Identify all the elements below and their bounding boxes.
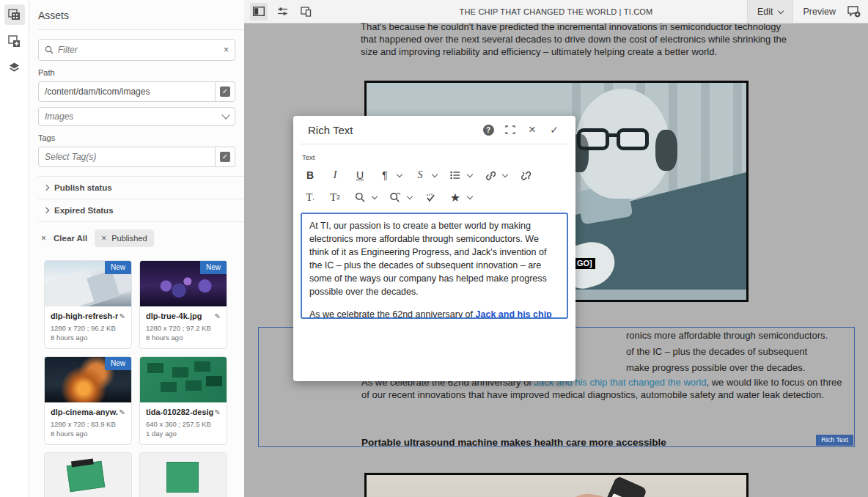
link-button[interactable] bbox=[482, 166, 499, 184]
chevron-down-icon[interactable] bbox=[467, 194, 473, 199]
unlink-icon bbox=[521, 171, 532, 180]
edit-pencil-icon[interactable]: ✎ bbox=[119, 408, 125, 416]
special-characters-button[interactable]: ★ bbox=[447, 188, 463, 206]
rich-text-editor-area[interactable]: At TI, our passion is to create a better… bbox=[301, 213, 568, 319]
edit-pencil-icon[interactable]: ✎ bbox=[215, 312, 221, 320]
tags-placeholder: Select Tag(s) bbox=[45, 152, 209, 162]
new-badge: New bbox=[200, 261, 227, 274]
asset-thumbnail-cinema: New bbox=[45, 357, 131, 402]
chevron-down-icon[interactable] bbox=[467, 172, 473, 177]
path-label: Path bbox=[38, 68, 244, 77]
component-heading: Portable ultrasound machine makes health… bbox=[361, 437, 666, 448]
chevron-down-icon bbox=[777, 8, 783, 14]
edit-pencil-icon[interactable]: ✎ bbox=[215, 408, 221, 416]
rich-text-dialog: Rich Text ? × ✓ Text B I U ¶ S bbox=[293, 116, 575, 381]
underline-button[interactable]: U bbox=[352, 166, 368, 184]
clear-all-button[interactable]: Clear All bbox=[54, 234, 87, 243]
unlink-button[interactable] bbox=[518, 166, 534, 184]
fullscreen-icon bbox=[505, 125, 515, 134]
help-icon: ? bbox=[483, 125, 494, 136]
asset-dimensions: 1280 x 720 ; 97.2 KB bbox=[146, 323, 221, 333]
side-rail bbox=[0, 0, 29, 497]
subscript-button[interactable]: T, bbox=[302, 188, 318, 206]
search-icon bbox=[45, 45, 54, 54]
fullscreen-button[interactable] bbox=[499, 119, 521, 141]
accordion-publish-status[interactable]: Publish status bbox=[29, 177, 244, 199]
checkmark-icon: ✓ bbox=[550, 124, 559, 136]
asset-card[interactable]: New dlp-high-refresh-r... ✎ 1280 x 720 ;… bbox=[44, 260, 132, 349]
chevron-down-icon[interactable] bbox=[372, 194, 378, 199]
path-checkbox[interactable]: ✓ bbox=[216, 81, 235, 102]
accordion-label: Publish status bbox=[54, 183, 112, 192]
spellcheck-button[interactable] bbox=[422, 188, 438, 206]
path-input[interactable]: /content/dam/ticom/images bbox=[38, 81, 216, 102]
asset-card[interactable]: New dlp-true-4k.jpg ✎ 1280 x 720 ; 97.2 … bbox=[139, 260, 227, 349]
type-select[interactable]: Images bbox=[38, 107, 235, 126]
italic-button[interactable]: I bbox=[327, 166, 343, 184]
new-badge: New bbox=[105, 261, 131, 274]
components-tab-icon[interactable] bbox=[4, 31, 25, 51]
chevron-right-icon bbox=[43, 207, 49, 213]
layers-icon bbox=[8, 62, 21, 74]
component-text-line: of the IC – plus the decades of subseque… bbox=[626, 346, 807, 357]
content-tree-tab-icon[interactable] bbox=[4, 57, 25, 78]
editor-topbar: THE CHIP THAT CHANGED THE WORLD | TI.COM… bbox=[244, 0, 868, 23]
page-intro-paragraph: That's because he couldn't have predicte… bbox=[361, 23, 792, 58]
chevron-down-icon[interactable] bbox=[502, 172, 508, 177]
chevron-down-icon[interactable] bbox=[397, 172, 402, 177]
clear-filter-icon[interactable]: × bbox=[224, 45, 229, 55]
close-dialog-button[interactable]: × bbox=[521, 119, 543, 141]
find-replace-button[interactable] bbox=[387, 188, 403, 206]
find-button[interactable] bbox=[352, 188, 368, 206]
asset-card[interactable]: tida-010282-desig... ✎ 640 x 360 ; 257.5… bbox=[139, 356, 227, 445]
asset-age: 8 hours ago bbox=[51, 333, 125, 342]
asset-age: 8 hours ago bbox=[51, 429, 125, 438]
asset-thumbnail-night-garden: New bbox=[140, 261, 227, 306]
type-select-value: Images bbox=[45, 111, 223, 122]
device-emulator-button[interactable] bbox=[297, 3, 315, 21]
preview-button[interactable]: Preview bbox=[793, 0, 846, 23]
asset-name: tida-010282-desig... bbox=[146, 408, 213, 416]
edit-pencil-icon[interactable]: ✎ bbox=[119, 312, 125, 320]
help-button[interactable]: ? bbox=[477, 119, 499, 141]
preview-label: Preview bbox=[803, 7, 836, 17]
chevron-right-icon bbox=[43, 185, 49, 191]
paragraph-format-button[interactable]: ¶ bbox=[377, 166, 393, 184]
bold-button[interactable]: B bbox=[302, 166, 318, 184]
bullet-list-icon bbox=[450, 171, 460, 180]
list-button[interactable] bbox=[447, 166, 463, 184]
filter-input[interactable]: Filter × bbox=[38, 39, 235, 61]
divider bbox=[38, 29, 244, 30]
component-text-line: make progress possible over the decades. bbox=[626, 362, 805, 373]
mode-select-edit[interactable]: Edit bbox=[747, 0, 793, 23]
chevron-down-icon[interactable] bbox=[407, 194, 413, 199]
styles-button[interactable]: S bbox=[412, 166, 428, 184]
accordion-expired-status[interactable]: Expired Status bbox=[29, 199, 244, 221]
confirm-dialog-button[interactable]: ✓ bbox=[543, 119, 565, 141]
asset-card[interactable] bbox=[139, 452, 227, 497]
edit-mode-label: Edit bbox=[757, 7, 773, 17]
rte-paragraph-1: At TI, our passion is to create a better… bbox=[309, 219, 559, 298]
tags-input[interactable]: Select Tag(s) bbox=[38, 147, 216, 167]
chevron-down-icon bbox=[221, 111, 229, 119]
images-icon bbox=[8, 9, 21, 21]
asset-card[interactable]: New dlp-cinema-anyw... ✎ 1280 x 720 ; 83… bbox=[44, 356, 132, 445]
toggle-side-panel-button[interactable] bbox=[250, 3, 268, 21]
chevron-down-icon[interactable] bbox=[432, 172, 438, 177]
component-text-line: ronics more affordable through semicondu… bbox=[626, 330, 828, 341]
annotate-button[interactable] bbox=[846, 0, 868, 23]
devices-icon bbox=[301, 7, 312, 17]
checkbox-checked-icon: ✓ bbox=[220, 86, 230, 97]
asset-dimensions: 640 x 360 ; 257.5 KB bbox=[146, 419, 221, 429]
superscript-button[interactable]: T2 bbox=[327, 188, 343, 206]
filter-chip-published[interactable]: × Published bbox=[95, 229, 153, 247]
tags-checkbox[interactable]: ✓ bbox=[216, 147, 235, 167]
rte-toolbar: B I U ¶ S T, T2 bbox=[293, 163, 575, 208]
link-icon bbox=[485, 171, 496, 180]
page-photo-figure[interactable] bbox=[364, 473, 749, 497]
clear-all-icon[interactable]: × bbox=[41, 233, 46, 243]
asset-card[interactable] bbox=[44, 452, 132, 497]
page-properties-button[interactable] bbox=[273, 3, 291, 21]
asset-thumbnail-board-angled bbox=[45, 453, 131, 497]
assets-tab-icon[interactable] bbox=[4, 4, 25, 25]
